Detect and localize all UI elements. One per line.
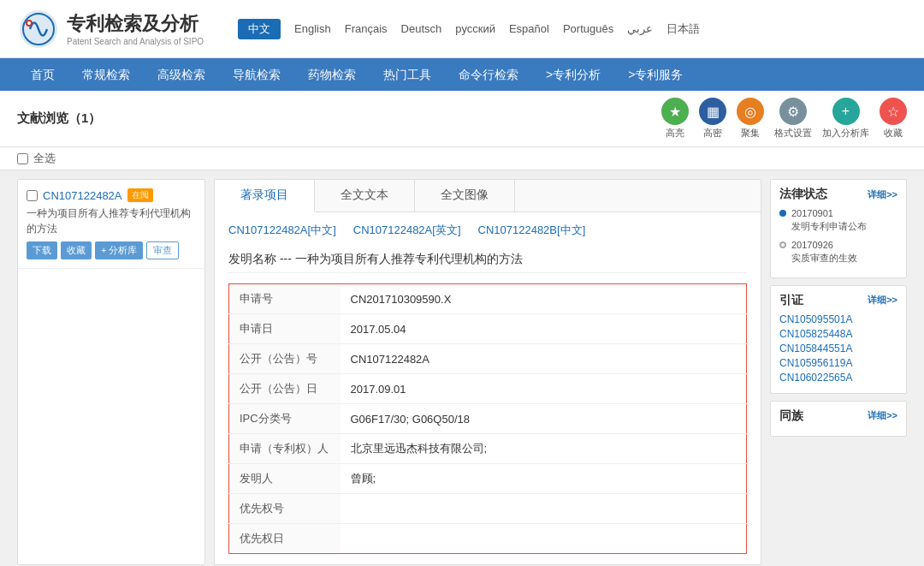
nav-nav-search[interactable]: 导航检索 [219,58,294,91]
tab-fulltext[interactable]: 全文文本 [315,180,415,212]
timeline-date-2: 20170926 [791,239,857,252]
detail-tabs: 著录项目 全文文本 全文图像 [215,180,761,212]
density-label: 高密 [703,127,722,140]
lang-link-en[interactable]: English [294,22,331,35]
logo-text-area: 专利检索及分析 Patent Search and Analysis of SI… [67,11,204,46]
highlight-btn[interactable]: ★ 高亮 [661,98,689,140]
status-badge: 在阅 [127,188,153,202]
family-header: 同族 详细>> [779,408,897,424]
citation-ref-5[interactable]: CN106022565A [779,372,897,384]
format-icon: ⚙ [779,98,807,125]
timeline-item-2: 20170926 实质审查的生效 [779,239,897,265]
cluster-label: 聚集 [741,127,760,140]
lang-link-ja[interactable]: 日本語 [666,21,700,37]
highlight-icon: ★ [661,98,689,125]
citation-ref-1[interactable]: CN105095501A [779,313,897,325]
field-label-ipc: IPC分类号 [229,404,341,434]
add-analysis-label: 加入分析库 [822,127,869,140]
timeline-event-2: 实质审查的生效 [791,252,857,265]
citation-ref-3[interactable]: CN105844551A [779,343,897,354]
cluster-icon: ◎ [737,98,764,125]
patent-list-item: CN107122482A 在阅 一种为项目所有人推荐专利代理机构的方法 下载 收… [18,180,204,269]
download-btn[interactable]: 下载 [27,241,57,259]
add-analysis-btn[interactable]: + 加入分析库 [822,98,869,140]
nav-patent-service[interactable]: >专利服务 [614,58,696,91]
citation-ref-4[interactable]: CN105956119A [779,357,897,369]
timeline-event-1: 发明专利申请公布 [791,220,867,233]
legal-status-detail-link[interactable]: 详细>> [868,188,897,201]
nav-advanced-search[interactable]: 高级检索 [144,58,219,91]
add-lib-btn[interactable]: + 分析库 [95,241,143,259]
nav-hot-tools[interactable]: 热门工具 [370,58,445,91]
patent-id-row: CN107122482A 在阅 [27,188,196,202]
logo-title-cn: 专利检索及分析 [67,13,198,34]
field-label-priority-date: 优先权日 [229,524,341,554]
timeline-text-1: 20170901 发明专利申请公布 [791,207,867,234]
lang-link-es[interactable]: Español [509,22,549,35]
table-row: 优先权日 [229,524,747,554]
add-analysis-icon: + [832,98,860,125]
left-panel: CN107122482A 在阅 一种为项目所有人推荐专利代理机构的方法 下载 收… [17,179,205,565]
table-row: 申请日 2017.05.04 [229,314,747,344]
density-btn[interactable]: ▦ 高密 [699,98,726,140]
right-panel: 法律状态 详细>> 20170901 发明专利申请公布 20170926 实质审… [770,179,907,565]
results-title: 文献浏览（1） [17,110,101,127]
citations-header: 引证 详细>> [779,293,897,308]
citation-ref-2[interactable]: CN105825448A [779,328,897,340]
tab-fullimage[interactable]: 全文图像 [415,180,515,212]
nav-cmd-search[interactable]: 命令行检索 [445,58,532,91]
detail-links: CN107122482A[中文] CN107122482A[英文] CN1071… [228,223,747,238]
field-value-priority-date [341,524,747,554]
lang-link-pt[interactable]: Português [563,22,613,35]
collect-icon: ☆ [880,98,907,125]
results-header: 文献浏览（1） ★ 高亮 ▦ 高密 ◎ 聚集 ⚙ 格式设置 + 加入分析库 ☆ … [0,91,924,147]
field-label-pubno: 公开（公告）号 [229,344,341,374]
save-btn[interactable]: 收藏 [61,241,92,259]
lang-link-de[interactable]: Deutsch [401,22,442,35]
select-all-label[interactable]: 全选 [33,151,56,166]
center-panel: 著录项目 全文文本 全文图像 CN107122482A[中文] CN107122… [214,179,761,565]
patent-actions: 下载 收藏 + 分析库 审查 [27,241,196,259]
format-btn[interactable]: ⚙ 格式设置 [774,98,812,140]
review-btn[interactable]: 审查 [146,241,179,259]
nav-patent-analysis[interactable]: >专利分析 [532,58,614,91]
field-label-appno: 申请号 [229,284,341,314]
tab-bibliographic[interactable]: 著录项目 [215,180,315,212]
cluster-btn[interactable]: ◎ 聚集 [737,98,764,140]
results-actions: ★ 高亮 ▦ 高密 ◎ 聚集 ⚙ 格式设置 + 加入分析库 ☆ 收藏 [661,98,907,140]
field-value-inventor: 曾顾; [341,464,747,494]
logo-icon [17,8,60,51]
table-row: 申请（专利权）人 北京里远迅杰科技有限公司; [229,434,747,464]
timeline-item-1: 20170901 发明专利申请公布 [779,207,897,234]
patent-description: 一种为项目所有人推荐专利代理机构的方法 [27,206,196,236]
collect-btn[interactable]: ☆ 收藏 [880,98,907,140]
lang-link-ar[interactable]: عربي [627,22,653,35]
detail-link-en[interactable]: CN107122482A[英文] [353,223,461,238]
logo-title-en: Patent Search and Analysis of SIPO [67,37,204,46]
patent-checkbox[interactable] [27,190,38,201]
family-detail-link[interactable]: 详细>> [868,409,897,422]
collect-label: 收藏 [884,127,903,140]
nav-home[interactable]: 首页 [17,58,68,91]
family-section: 同族 详细>> [770,401,907,437]
detail-link-cn[interactable]: CN107122482A[中文] [228,223,336,238]
citations-detail-link[interactable]: 详细>> [868,294,897,307]
language-nav: 中文 English Français Deutsch русский Espa… [238,19,907,39]
lang-btn-cn[interactable]: 中文 [238,19,281,39]
lang-link-fr[interactable]: Français [345,22,388,35]
svg-point-3 [27,21,31,25]
nav-regular-search[interactable]: 常规检索 [68,58,144,91]
nav-drug-search[interactable]: 药物检索 [294,58,370,91]
citations-section: 引证 详细>> CN105095501A CN105825448A CN1058… [770,285,907,394]
legal-status-title: 法律状态 [779,187,827,202]
select-all-checkbox[interactable] [17,153,28,164]
patent-id-link[interactable]: CN107122482A [43,189,122,202]
navbar: 首页 常规检索 高级检索 导航检索 药物检索 热门工具 命令行检索 >专利分析 … [0,58,924,91]
field-label-appdate: 申请日 [229,314,341,344]
family-title: 同族 [779,408,803,424]
timeline-date-1: 20170901 [791,207,867,220]
lang-link-ru[interactable]: русский [455,22,495,35]
detail-link-b-cn[interactable]: CN107122482B[中文] [478,223,586,238]
field-value-appdate: 2017.05.04 [341,314,747,344]
field-value-pubno: CN107122482A [341,344,747,374]
